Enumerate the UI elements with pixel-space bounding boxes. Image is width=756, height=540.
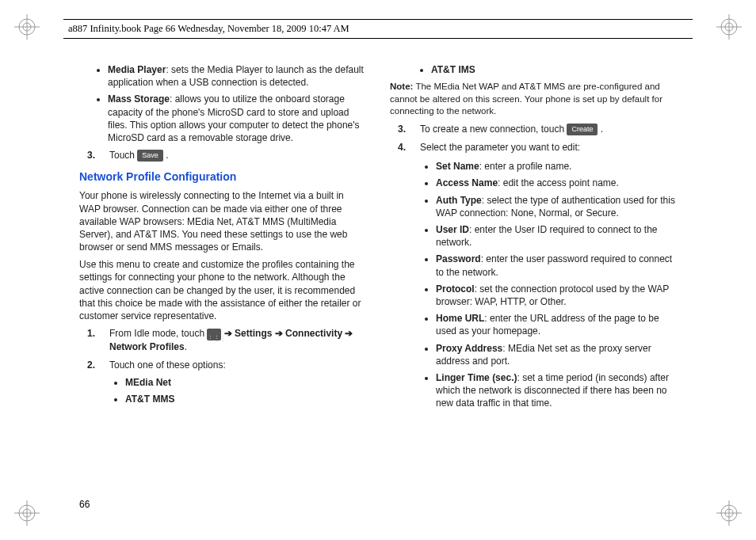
list-item: Access Name: edit the access point name.	[436, 177, 677, 189]
menu-grid-icon	[207, 329, 221, 340]
term: Mass Storage	[108, 93, 170, 105]
step-item: 3. To create a new connection, touch Cre…	[398, 123, 677, 135]
list-item: Proxy Address: MEdia Net set as the prox…	[436, 342, 677, 367]
step-number: 3.	[398, 123, 406, 135]
step-number: 4.	[398, 141, 406, 154]
step-text: Touch	[109, 150, 137, 161]
usb-options-list: Media Player: sets the Media Player to l…	[79, 63, 366, 144]
step-text: Select the parameter you want to edit:	[420, 142, 580, 153]
nav-connectivity: Connectivity	[285, 328, 342, 339]
step-number: 1.	[87, 327, 95, 340]
step-text: Touch one of these options:	[109, 359, 226, 371]
step-item: 4. Select the parameter you want to edit…	[398, 141, 677, 409]
step-text: To create a new connection, touch	[420, 124, 567, 135]
term: Media Player	[108, 64, 166, 75]
registration-mark-icon	[716, 14, 742, 40]
registration-mark-icon	[14, 14, 40, 40]
list-item: User ID: enter the User ID required to c…	[436, 223, 677, 249]
page-header: a887 Infinity.book Page 66 Wednesday, No…	[63, 19, 693, 39]
nav-network-profiles: Network Profiles	[109, 341, 185, 352]
body-paragraph: Your phone is wirelessly connecting to t…	[79, 189, 366, 253]
parameter-list: Set Name: enter a profile name. Access N…	[420, 160, 677, 409]
nav-settings: Settings	[235, 328, 272, 339]
save-softkey-icon: Save	[137, 150, 163, 162]
section-heading: Network Profile Configuration	[79, 169, 366, 184]
note-label: Note:	[390, 82, 413, 91]
note-text: The MEdia Net WAP and AT&T MMS are pre-c…	[390, 82, 662, 116]
list-item: Protocol: set the connection protocol us…	[436, 283, 677, 308]
list-item: MEdia Net	[125, 376, 366, 389]
list-item: Media Player: sets the Media Player to l…	[108, 63, 366, 89]
step-item: 1. From Idle mode, touch ➔ Settings ➔ Co…	[87, 327, 366, 353]
list-item: Linger Time (sec.): set a time period (i…	[436, 371, 677, 410]
list-item: Set Name: enter a profile name.	[436, 160, 677, 173]
step-number: 3.	[87, 149, 95, 162]
note-block: Note: The MEdia Net WAP and AT&T MMS are…	[390, 81, 677, 118]
list-item: Home URL: enter the URL address of the p…	[436, 312, 677, 337]
step-text-end: .	[166, 150, 168, 161]
body-paragraph: Use this menu to create and customize th…	[79, 258, 366, 322]
list-item: Mass Storage: allows you to utilize the …	[108, 93, 366, 144]
arrow-icon: ➔	[345, 328, 353, 339]
list-item: Password: enter the user password requir…	[436, 253, 677, 278]
page-number: 66	[79, 499, 90, 510]
list-item: AT&T IMS	[431, 63, 677, 76]
list-item: AT&T MMS	[125, 393, 366, 405]
list-item: Auth Type: select the type of authentica…	[436, 194, 677, 219]
step-text: From Idle mode, touch	[109, 328, 207, 339]
right-column: AT&T IMS Note: The MEdia Net WAP and AT&…	[390, 63, 677, 516]
create-softkey-icon: Create	[567, 124, 598, 135]
step-text-end: .	[601, 124, 603, 135]
left-column: Media Player: sets the Media Player to l…	[79, 63, 366, 516]
arrow-icon: ➔	[275, 328, 285, 339]
step-number: 2.	[87, 359, 95, 371]
step-item: 3. Touch Save .	[87, 149, 366, 162]
step-item: 2. Touch one of these options: MEdia Net…	[87, 359, 366, 406]
